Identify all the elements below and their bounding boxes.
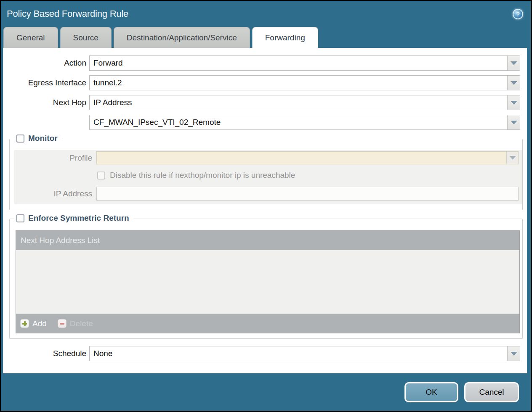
enforce-symmetric-return-legend[interactable]: Enforce Symmetric Return <box>14 214 133 223</box>
table-footer-toolbar: Add Delete <box>16 314 519 333</box>
minus-icon <box>58 319 66 328</box>
dialog-titlebar: Policy Based Forwarding Rule ? <box>1 1 531 27</box>
monitor-legend-label: Monitor <box>28 134 58 143</box>
schedule-value: None <box>90 349 112 358</box>
egress-interface-dropdown-button[interactable] <box>507 76 520 90</box>
monitor-panel: Profile Disable this rule if nexthop/mon… <box>14 150 522 204</box>
profile-value <box>97 152 101 161</box>
enforce-symmetric-return-checkbox[interactable] <box>16 214 24 222</box>
monitor-ip-address-input-disabled <box>96 187 519 201</box>
chevron-down-icon <box>511 61 517 65</box>
action-dropdown-button[interactable] <box>507 56 520 70</box>
profile-row: Profile <box>14 151 522 164</box>
delete-button-disabled: Delete <box>58 319 93 328</box>
disable-rule-checkbox <box>97 172 105 180</box>
enforce-symmetric-return-group: Enforce Symmetric Return Next Hop Addres… <box>9 219 523 339</box>
next-hop-address-list-column-header: Next Hop Address List <box>21 236 100 245</box>
ok-button-label: OK <box>426 388 437 397</box>
profile-select-disabled <box>96 151 519 164</box>
tab-source[interactable]: Source <box>60 27 112 48</box>
table-body-empty <box>16 250 519 314</box>
action-row: Action Forward <box>3 55 527 71</box>
ok-button[interactable]: OK <box>404 382 458 402</box>
tab-forwarding[interactable]: Forwarding <box>252 27 318 48</box>
dialog-footer: OK Cancel <box>1 373 531 411</box>
enforce-symmetric-return-label: Enforce Symmetric Return <box>28 214 129 223</box>
disable-rule-row: Disable this rule if nexthop/monitor ip … <box>97 171 522 180</box>
action-select[interactable]: Forward <box>89 55 520 71</box>
chevron-down-icon <box>511 81 517 85</box>
tab-general[interactable]: General <box>3 27 58 48</box>
schedule-dropdown-button[interactable] <box>507 346 520 361</box>
schedule-row: Schedule None <box>3 346 527 361</box>
dialog-title: Policy Based Forwarding Rule <box>7 8 128 19</box>
chevron-down-icon <box>511 352 517 356</box>
table-header-row: Next Hop Address List <box>16 231 519 250</box>
tab-bar: General Source Destination/Application/S… <box>3 27 531 48</box>
plus-icon <box>20 319 29 328</box>
chevron-down-icon <box>511 121 517 124</box>
tab-source-label: Source <box>73 33 98 42</box>
next-hop-address-list-table: Next Hop Address List Add Delete <box>16 230 520 333</box>
next-hop-address-select[interactable]: CF_MWAN_IPsec_VTI_02_Remote <box>89 115 520 130</box>
add-button-label: Add <box>32 319 47 328</box>
monitor-legend[interactable]: Monitor <box>14 134 62 143</box>
next-hop-dropdown-button[interactable] <box>507 95 520 110</box>
egress-interface-row: Egress Interface tunnel.2 <box>3 75 527 90</box>
next-hop-address-value: CF_MWAN_IPsec_VTI_02_Remote <box>90 118 221 127</box>
monitor-checkbox[interactable] <box>16 135 24 143</box>
monitor-group: Monitor Profile Disable this rule if nex… <box>9 139 523 210</box>
tab-destination-application-service[interactable]: Destination/Application/Service <box>114 27 250 48</box>
add-button[interactable]: Add <box>20 319 47 328</box>
egress-interface-value: tunnel.2 <box>90 78 122 87</box>
action-value: Forward <box>90 58 123 68</box>
monitor-ip-address-row: IP Address <box>14 187 522 201</box>
pbf-rule-dialog: Policy Based Forwarding Rule ? General S… <box>1 1 531 411</box>
next-hop-type-select[interactable]: IP Address <box>89 95 520 110</box>
monitor-ip-address-value <box>97 187 101 196</box>
next-hop-address-row: CF_MWAN_IPsec_VTI_02_Remote <box>3 115 527 130</box>
next-hop-label: Next Hop <box>3 98 86 107</box>
cancel-button-label: Cancel <box>479 388 504 397</box>
tab-general-label: General <box>16 33 45 42</box>
chevron-down-icon <box>511 101 517 105</box>
delete-button-label: Delete <box>70 319 93 328</box>
egress-interface-select[interactable]: tunnel.2 <box>89 75 520 90</box>
help-icon[interactable]: ? <box>513 9 523 19</box>
action-label: Action <box>3 58 86 68</box>
next-hop-row: Next Hop IP Address <box>3 95 527 110</box>
schedule-select[interactable]: None <box>89 346 520 361</box>
tab-destination-label: Destination/Application/Service <box>127 33 237 42</box>
profile-dropdown-button <box>506 152 518 164</box>
cancel-button[interactable]: Cancel <box>464 382 519 402</box>
monitor-ip-address-label: IP Address <box>14 189 92 198</box>
tab-forwarding-label: Forwarding <box>265 33 305 42</box>
profile-label: Profile <box>14 153 92 163</box>
next-hop-type-value: IP Address <box>90 98 132 107</box>
next-hop-address-dropdown-button[interactable] <box>507 115 520 129</box>
schedule-label: Schedule <box>3 349 86 358</box>
forwarding-tab-panel: Action Forward Egress Interface tunnel.2… <box>3 48 527 373</box>
egress-interface-label: Egress Interface <box>3 78 86 87</box>
disable-rule-label: Disable this rule if nexthop/monitor ip … <box>110 171 295 180</box>
chevron-down-icon <box>509 156 516 160</box>
